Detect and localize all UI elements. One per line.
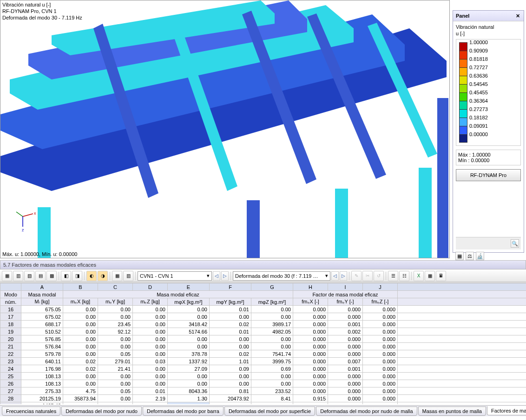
tb-icon-1[interactable]: ▦ (2, 271, 12, 281)
svg-rect-12 (247, 200, 260, 258)
column-header[interactable]: mφZ [kg.m²] (251, 298, 293, 306)
table-row[interactable]: 24176.980.0221.410.0027.090.090.690.0000… (0, 365, 526, 373)
column-header[interactable]: mₑZ [kg] (133, 298, 168, 306)
tb-icon-dim[interactable]: ✎ (351, 271, 362, 281)
color-scale-icon[interactable]: ▦ (455, 252, 464, 260)
results-tab[interactable]: Deformadas del modo por nudo (61, 407, 142, 416)
tb-icon-dim2[interactable]: ✂ (362, 271, 373, 281)
microscope-icon[interactable]: 🔬 (476, 252, 484, 260)
column-letter[interactable]: G (251, 283, 293, 291)
tb-icon-toggle-a[interactable]: ◐ (86, 271, 97, 281)
results-table[interactable]: ABCDEFGHIJModoMasa modalMasa modal efica… (0, 283, 526, 404)
column-header[interactable]: fmₑX [-] (293, 298, 328, 306)
svg-text:z: z (22, 228, 24, 232)
tb-icon-5[interactable]: ▩ (46, 271, 57, 281)
table-row[interactable]: 22579.780.000.050.00378.780.027541.740.0… (0, 350, 526, 358)
minmax-box: Máx : 1.00000 Mín : 0.00000 (456, 150, 521, 165)
column-letter[interactable]: A (21, 283, 63, 291)
column-header[interactable]: mφY [kg.m²] (210, 298, 251, 306)
table-row[interactable]: 19510.520.0092.120.005174.660.014982.050… (0, 328, 526, 335)
results-tab[interactable]: Deformadas del modo por superficie (224, 407, 315, 416)
panel-subtitle-1: Vibración natural (456, 24, 521, 30)
panel-bottom-icons: ▦ ⚖ 🔬 (453, 251, 524, 261)
case-next-button[interactable]: ▷ (221, 271, 229, 281)
column-letter[interactable]: C (98, 283, 133, 291)
table-row[interactable]: 17675.020.000.000.000.000.000.000.0000.0… (0, 313, 526, 321)
table-row[interactable]: 18688.170.0023.450.003418.420.023989.170… (0, 321, 526, 328)
results-table-wrap[interactable]: ABCDEFGHIJModoMasa modalMasa modal efica… (0, 282, 526, 404)
table-row[interactable]: 21576.840.000.000.000.000.000.000.0000.0… (0, 343, 526, 350)
section-title-bar: 5.7 Factores de masas modales eficaces (0, 260, 526, 269)
column-letter[interactable]: D (133, 283, 168, 291)
table-row[interactable]: 25108.130.000.000.000.000.000.000.0000.0… (0, 373, 526, 380)
column-letter[interactable]: J (363, 283, 398, 291)
balance-icon[interactable]: ⚖ (466, 252, 474, 260)
table-row[interactable]: 291405.430.08265.270.0077509.800.183748.… (0, 402, 526, 405)
column-header[interactable]: fmₑY [-] (328, 298, 363, 306)
mode-next-button[interactable]: ▷ (340, 271, 347, 281)
tb-icon-6[interactable]: ◧ (61, 271, 71, 281)
tb-icon-toggle-b[interactable]: ◑ (98, 271, 108, 281)
column-letter[interactable]: E (168, 283, 210, 291)
table-row[interactable]: 23640.110.02279.010.031337.921.013999.75… (0, 358, 526, 365)
side-panel: Panel ✕ Vibración natural u [-] 1.000000… (453, 10, 524, 253)
column-letter[interactable]: H (293, 283, 328, 291)
calculator-icon[interactable]: 🖩 (436, 271, 446, 281)
table-toolbar: ▦ ▥ ▧ ▤ ▩ ◧ ◨ ◐ ◑ ▦ ▥ CVN1 - CVN 1▾ ◁ ▷ … (0, 270, 526, 282)
column-header[interactable]: fmₑZ [-] (363, 298, 398, 306)
svg-rect-15 (437, 98, 448, 258)
tb-icon-filter[interactable]: ☰ (388, 271, 398, 281)
svg-rect-11 (38, 207, 51, 258)
table-row[interactable]: 27275.334.750.050.018043.360.81233.520.0… (0, 387, 526, 395)
viewport-info-label: Vibración natural u [-] RF-DYNAM Pro, CV… (2, 1, 82, 21)
column-header[interactable]: mₑX [kg] (63, 298, 98, 306)
tb-icon-9[interactable]: ▥ (123, 271, 133, 281)
viewport-minmax-label: Máx. u: 1.00000, Mín. u: 0.00000 (2, 251, 77, 257)
color-legend: 1.000000.909090.818180.727270.636360.545… (456, 39, 521, 146)
panel-title: Panel (456, 13, 469, 19)
results-tabs: Frecuencias naturalesDeformadas del modo… (0, 405, 526, 416)
results-tab[interactable]: Factores de masas modales eficaces (487, 406, 526, 415)
svg-rect-13 (335, 189, 348, 258)
tb-icon-4[interactable]: ▤ (35, 271, 46, 281)
results-tab[interactable]: Masas en puntos de malla (418, 407, 486, 416)
tb-icon-3[interactable]: ▧ (24, 271, 34, 281)
case-prev-button[interactable]: ◁ (213, 271, 220, 281)
svg-text:x: x (34, 211, 36, 216)
table-row[interactable]: 20576.850.000.000.000.000.000.000.0000.0… (0, 335, 526, 343)
tb-icon-8[interactable]: ▦ (112, 271, 122, 281)
panel-zoom-icon[interactable]: 🔍 (511, 239, 519, 248)
column-letter[interactable]: I (328, 283, 363, 291)
panel-subtitle-2: u [-] (456, 31, 521, 36)
mode-dropdown[interactable]: Deformada del modo 30 (f : 7.119 Hz)▾ (233, 271, 330, 281)
results-tab[interactable]: Deformadas del modo por nudo de malla (316, 407, 417, 416)
column-header[interactable]: mφX [kg.m²] (168, 298, 210, 306)
column-header[interactable]: mₑY [kg] (98, 298, 133, 306)
table-row[interactable]: 2820125.1935873.940.002.191.3020473.928.… (0, 395, 526, 402)
tb-icon-filter2[interactable]: ☷ (399, 271, 409, 281)
viewport-3d[interactable]: x z Vibración natural u [-] RF-DYNAM Pro… (0, 0, 450, 258)
tb-icon-grid[interactable]: ▦ (425, 271, 435, 281)
tb-icon-7[interactable]: ◨ (72, 271, 82, 281)
results-tab[interactable]: Frecuencias naturales (2, 407, 60, 416)
table-row[interactable]: 16675.050.000.000.000.000.010.000.0000.0… (0, 306, 526, 313)
panel-close-button[interactable]: ✕ (514, 13, 521, 19)
column-letter[interactable]: B (63, 283, 98, 291)
excel-export-icon[interactable]: X (414, 271, 424, 281)
column-header[interactable]: Mᵢ [kg] (21, 298, 63, 306)
mode-prev-button[interactable]: ◁ (331, 271, 339, 281)
table-row[interactable]: 26108.130.000.000.000.000.000.000.0000.0… (0, 380, 526, 387)
case-dropdown[interactable]: CVN1 - CVN 1▾ (138, 271, 212, 281)
svg-rect-14 (419, 168, 432, 258)
tb-icon-dim3[interactable]: ↺ (374, 271, 384, 281)
tb-icon-2[interactable]: ▥ (13, 271, 23, 281)
column-letter[interactable]: F (210, 283, 251, 291)
results-tab[interactable]: Deformadas del modo por barra (143, 407, 224, 416)
rf-dynam-pro-button[interactable]: RF-DYNAM Pro (456, 169, 521, 181)
model-render: x z (0, 0, 450, 258)
